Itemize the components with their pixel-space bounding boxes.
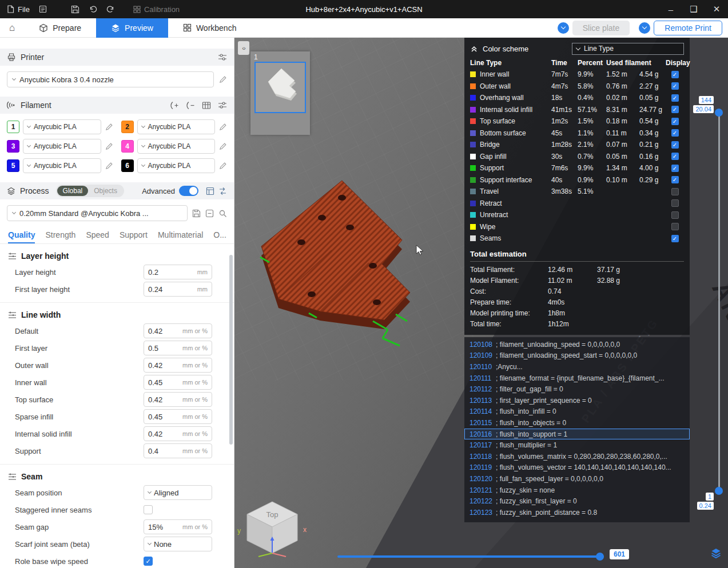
plate-thumbnail[interactable]: 1 [250, 51, 310, 135]
gcode-line[interactable]: 120117; flush_multiplier = 1 [464, 439, 690, 451]
gcode-line[interactable]: 120122; fuzzy_skin_first_layer = 0 [464, 495, 690, 507]
process-tab-o[interactable]: O... [213, 227, 226, 243]
save-preset-icon[interactable] [192, 209, 201, 218]
printed-model[interactable] [252, 177, 435, 349]
process-tab-strength[interactable]: Strength [45, 227, 75, 243]
filament-settings-icon[interactable] [218, 101, 227, 109]
gcode-line[interactable]: 120121; fuzzy_skin = none [464, 485, 690, 496]
gcode-line[interactable]: 120110;Anycu... [464, 361, 690, 373]
tab-prepare[interactable]: Prepare [24, 18, 96, 38]
filament-select[interactable]: Anycubic PLA [23, 139, 101, 154]
minimize-button[interactable]: – [659, 0, 682, 18]
move-slider-handle[interactable] [596, 553, 604, 561]
gcode-line[interactable]: 120123; fuzzy_skin_point_distance = 0.8 [464, 507, 690, 518]
layer-slider[interactable] [718, 111, 720, 493]
close-button[interactable]: ✕ [705, 0, 728, 18]
gcode-line[interactable]: 120111; filename_format = {input_filenam… [464, 373, 690, 384]
gcode-line[interactable]: 120119; flush_volumes_vector = 140,140,1… [464, 462, 690, 474]
setting-input[interactable]: 0.42mm or % [144, 426, 212, 441]
edit-filament-icon[interactable] [105, 162, 113, 170]
setting-input[interactable]: 15%mm or % [144, 519, 212, 534]
search-icon[interactable] [218, 209, 227, 218]
filament-select[interactable]: Anycubic PLA [23, 119, 101, 134]
layer-slider-bottom-handle[interactable] [715, 487, 723, 495]
filament-color-swatch[interactable]: 5 [7, 159, 19, 172]
setting-input[interactable]: 0.5mm or % [144, 341, 212, 355]
filament-select[interactable]: Anycubic PLA [137, 139, 216, 154]
display-checkbox[interactable]: ✓ [671, 94, 679, 102]
setting-select[interactable]: Aligned [144, 485, 212, 500]
slice-options-button[interactable] [558, 22, 569, 34]
advanced-toggle[interactable] [179, 186, 198, 196]
filament-color-swatch[interactable]: 1 [7, 121, 19, 133]
filament-color-swatch[interactable]: 3 [7, 140, 19, 153]
display-checkbox[interactable]: ✓ [671, 153, 679, 160]
setting-select[interactable]: None [144, 537, 212, 551]
edit-filament-icon[interactable] [105, 123, 113, 131]
settings-scrollbar[interactable] [229, 255, 233, 445]
setting-input[interactable]: 0.24mm [144, 282, 212, 297]
navigation-cube[interactable]: Top [242, 498, 302, 558]
scope-global[interactable]: Global [57, 186, 89, 196]
display-checkbox[interactable] [671, 223, 679, 230]
flush-volumes-icon[interactable] [202, 101, 211, 110]
display-checkbox[interactable]: ✓ [671, 82, 679, 90]
display-checkbox[interactable]: ✓ [671, 118, 679, 125]
home-button[interactable]: ⌂ [0, 22, 24, 34]
layers-view-icon[interactable] [710, 547, 722, 561]
gcode-line[interactable]: 120118; flush_volumes_matrix = 0,280,280… [464, 451, 690, 462]
redo-icon[interactable] [106, 5, 115, 14]
add-filament-icon[interactable] [170, 101, 179, 110]
gcode-line[interactable]: 120113; first_layer_print_sequence = 0 [464, 395, 690, 406]
display-checkbox[interactable] [671, 188, 679, 195]
display-checkbox[interactable]: ✓ [671, 71, 679, 78]
display-checkbox[interactable]: ✓ [671, 235, 679, 242]
setting-input[interactable]: 0.42mm or % [144, 323, 212, 338]
process-tab-multimaterial[interactable]: Multimaterial [158, 227, 203, 243]
filament-color-swatch[interactable]: 4 [121, 140, 134, 153]
delete-preset-icon[interactable] [205, 209, 214, 218]
edit-filament-icon[interactable] [218, 123, 227, 131]
undo-icon[interactable] [89, 5, 97, 14]
setting-input[interactable]: 0.45mm or % [144, 409, 212, 424]
setting-input[interactable]: 0.45mm or % [144, 375, 212, 390]
notes-icon[interactable] [39, 5, 47, 13]
tab-preview[interactable]: Preview [96, 18, 168, 38]
setting-input[interactable]: 0.42mm or % [144, 358, 212, 373]
setting-checkbox[interactable] [144, 505, 153, 514]
setting-checkbox[interactable]: ✓ [144, 557, 153, 566]
printer-preset-select[interactable]: Anycubic Kobra 3 0.4 nozzle [7, 71, 214, 87]
process-tab-quality[interactable]: Quality [8, 227, 35, 243]
collapse-panel-icon[interactable] [470, 45, 478, 53]
edit-filament-icon[interactable] [218, 162, 227, 170]
gcode-line[interactable]: 120120; full_fan_speed_layer = 0,0,0,0,0… [464, 473, 690, 485]
setting-input[interactable]: 0.2mm [144, 265, 212, 279]
maximize-button[interactable]: ❑ [682, 0, 705, 18]
gcode-line[interactable]: 120115; flush_into_objects = 0 [464, 417, 690, 429]
filament-select[interactable]: Anycubic PLA [137, 119, 216, 134]
save-icon[interactable] [71, 5, 79, 14]
slice-plate-button[interactable]: Slice plate [572, 21, 630, 35]
compare-presets-icon[interactable] [218, 187, 227, 195]
process-tab-speed[interactable]: Speed [86, 227, 109, 243]
tab-workbench[interactable]: Workbench [168, 18, 252, 38]
filament-select[interactable]: Anycubic PLA [137, 158, 216, 173]
layer-slider-top-handle[interactable] [715, 109, 723, 117]
display-checkbox[interactable] [671, 199, 679, 207]
filament-color-swatch[interactable]: 6 [121, 159, 134, 172]
gcode-line[interactable]: 120112; filter_out_gap_fill = 0 [464, 383, 690, 395]
calibration-menu[interactable]: Calibration [133, 5, 180, 14]
edit-filament-icon[interactable] [218, 142, 227, 151]
display-checkbox[interactable]: ✓ [671, 141, 679, 149]
file-menu[interactable]: File [7, 5, 30, 14]
filament-select[interactable]: Anycubic PLA [23, 158, 101, 173]
parameter-table-icon[interactable] [206, 187, 214, 195]
setting-input[interactable]: 0.4mm or % [144, 443, 212, 458]
display-checkbox[interactable]: ✓ [671, 129, 679, 137]
display-checkbox[interactable]: ✓ [671, 176, 679, 183]
gcode-line[interactable]: 120109; filament_unloading_speed_start =… [464, 350, 690, 362]
scope-objects[interactable]: Objects [88, 186, 123, 196]
panel-collapse-button[interactable]: ‹› [238, 41, 249, 55]
display-checkbox[interactable]: ✓ [671, 106, 679, 113]
printer-settings-icon[interactable] [218, 53, 227, 61]
